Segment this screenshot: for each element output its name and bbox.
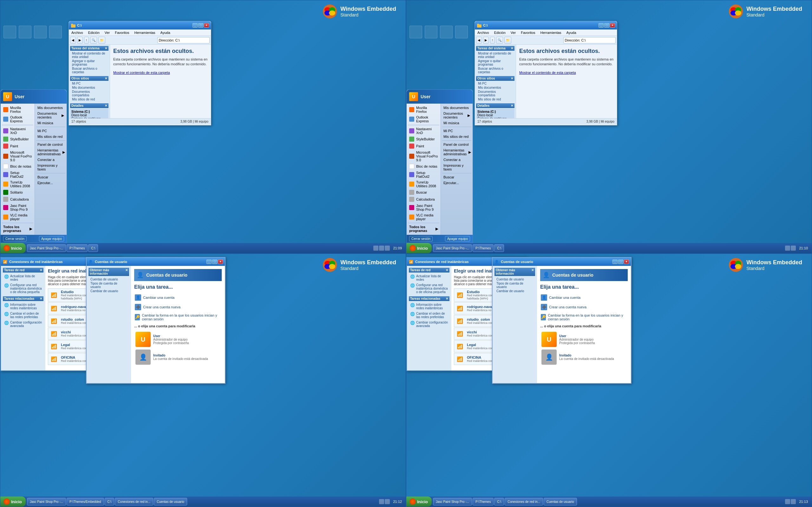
menu-stylebuilder-tr[interactable]: StyleBuilder	[407, 135, 441, 143]
taskbar-item-5-br[interactable]: Cuentas de usuario	[544, 498, 577, 505]
menu-all-programs[interactable]: Todos los programas ▶	[1, 224, 35, 233]
wireless-order-bl[interactable]: Cambiar el orden de las redes preferidas	[3, 311, 44, 320]
wireless-info-bl[interactable]: Información sobre redes inalámbricas	[3, 302, 44, 311]
useraccts-max-bl[interactable]: □	[212, 260, 217, 264]
back-button-tl[interactable]: ◀	[70, 37, 76, 44]
wireless-advanced-bl[interactable]: Cambiar configuración avanzada	[3, 320, 44, 328]
sidebar-other-sites[interactable]: Otros sitios ✕	[70, 76, 108, 81]
menu-printers[interactable]: Impresoras y faxes	[35, 163, 67, 172]
logout-button-tl[interactable]: Cerrar sesión	[3, 236, 27, 241]
search-files-tr[interactable]: Buscar archivos o carpetas	[476, 66, 514, 74]
back-button-tr[interactable]: ◀	[476, 37, 482, 44]
taskbar-item-3-tr[interactable]: C:\	[494, 244, 504, 252]
menu-setup-tr[interactable]: Setup FlatOut2	[407, 170, 441, 179]
close-button-tl[interactable]: ✕	[204, 23, 209, 27]
menu-notepad[interactable]: Bloc de notas	[1, 163, 35, 170]
start-button-tl[interactable]: Inicio	[0, 243, 26, 253]
useraccts-link-3-br[interactable]: Cambiar de usuario	[495, 289, 535, 293]
menu-search[interactable]: Buscar	[35, 174, 67, 180]
menu-search-tr[interactable]: Buscar	[441, 174, 473, 180]
account-guest-bl[interactable]: 👤 Invitado La cuenta de invitado está de…	[134, 348, 222, 366]
menu-connect[interactable]: Conectar a	[35, 157, 67, 163]
sidebar-add-remove[interactable]: Agregar o quitar programas	[70, 59, 108, 66]
menu-mypc-tr[interactable]: Mi PC	[441, 128, 473, 134]
menu-network[interactable]: Mis sitios de red	[35, 134, 67, 139]
search-button-tl[interactable]: 🔍	[90, 37, 97, 44]
show-content-tr[interactable]: Mostrar el contenido de esta unidad	[476, 51, 514, 59]
menu-buscar-tr[interactable]: Buscar	[407, 189, 441, 196]
menu-run[interactable]: Ejecutar...	[35, 180, 67, 186]
menu-vlc[interactable]: VLC media player	[1, 212, 35, 222]
menu-ayuda[interactable]: Ayuda	[159, 31, 171, 35]
menu-paint-tr[interactable]: Paint	[407, 143, 441, 150]
useraccts-close-br[interactable]: ✕	[624, 260, 629, 264]
useraccts-link-2-br[interactable]: Tipos de cuenta de usuario	[495, 281, 535, 289]
task-new-account-br[interactable]: ➕ Crear una cuenta nueva	[540, 303, 628, 311]
taskbar-item-2-tr[interactable]: P:\Themes	[473, 244, 494, 252]
menu-ver-tr[interactable]: Ver	[509, 31, 517, 35]
menu-music[interactable]: Mi música	[35, 120, 67, 126]
wireless-order-br[interactable]: Cambiar el orden de las redes preferidas	[409, 311, 450, 320]
taskbar-item-3-tl[interactable]: C:\	[88, 244, 98, 252]
up-button-tl[interactable]: ↑	[84, 37, 89, 44]
folders-btn-tr[interactable]: 📁	[504, 37, 511, 44]
wireless-info-br[interactable]: Información sobre redes inalámbricas	[409, 302, 450, 311]
menu-connect-tr[interactable]: Conectar a	[441, 157, 473, 163]
menu-panel[interactable]: Panel de control	[35, 142, 67, 147]
task-change-account-bl[interactable]: 👤 Cambiar una cuenta	[134, 294, 222, 301]
shutdown-button-tr[interactable]: Apagar equipo	[445, 236, 470, 241]
menu-notepad-tr[interactable]: Bloc de notas	[407, 163, 441, 170]
sidebar-details[interactable]: Detalles ✕	[70, 103, 108, 108]
taskbar-item-1-bl[interactable]: Jasc Paint Shop Pro -...	[27, 498, 66, 505]
useraccts-link-1-br[interactable]: Cuentas de usuario	[495, 277, 535, 281]
menu-favoritos[interactable]: Favoritos	[113, 31, 131, 35]
folders-button-tl[interactable]: 📁	[98, 37, 105, 44]
minimize-button-tl[interactable]: _	[193, 23, 198, 27]
minimize-button-tr[interactable]: _	[599, 23, 604, 27]
menu-jasc[interactable]: Jasc Paint Shop Pro 9	[1, 203, 35, 212]
useraccts-max-br[interactable]: □	[618, 260, 623, 264]
menu-tuneup-tr[interactable]: TuneUp Utilities 2008	[407, 179, 441, 189]
menu-calc-tr[interactable]: Calculadora	[407, 196, 441, 203]
useraccts-min-bl[interactable]: _	[206, 260, 212, 264]
menu-calc[interactable]: Calculadora	[1, 196, 35, 203]
show-folder-link-tl[interactable]: Mostrar el contenido de esta carpeta	[113, 71, 208, 74]
menu-mydocs[interactable]: Mis documentos	[35, 105, 67, 111]
menu-firefox[interactable]: Mozilla Firefox	[1, 105, 35, 114]
menu-mydocs-tr[interactable]: Mis documentos	[441, 105, 473, 111]
menu-mypc[interactable]: Mi PC	[35, 128, 67, 134]
menu-admin-tr[interactable]: Herramientas administrativas▶	[441, 147, 473, 157]
account-guest-br[interactable]: 👤 Invitado La cuenta de invitado está de…	[540, 348, 628, 366]
taskbar-item-2-br[interactable]: P:\Themes	[473, 498, 494, 505]
menu-firefox-tr[interactable]: Mozilla Firefox	[407, 105, 441, 114]
sidebar-mypc[interactable]: Mi PC	[70, 81, 108, 86]
taskbar-item-2-tl[interactable]: P:\Themes	[67, 244, 88, 252]
menu-archivo-tr[interactable]: Archivo	[476, 31, 490, 35]
address-bar-tl[interactable]: Dirección: C:\	[157, 37, 210, 43]
menu-edicion-tr[interactable]: Edición	[493, 31, 507, 35]
mydocs-tr-sidebar[interactable]: Mis documentos	[476, 86, 514, 90]
maximize-button-tr[interactable]: □	[604, 23, 609, 27]
menu-net-tr[interactable]: Mis sitios de red	[441, 134, 473, 139]
menu-nastaveni-tr[interactable]: Nastaveni XnD	[407, 126, 441, 135]
menu-all-programs-tr[interactable]: Todos los programas ▶	[407, 224, 441, 233]
sidebar-shared[interactable]: Documentos compartidos	[70, 90, 108, 97]
other-sites-tr[interactable]: Otros sitios ✕	[476, 76, 514, 81]
logout-button-tr[interactable]: Cerrar sesión	[409, 236, 433, 241]
menu-stylebuilder[interactable]: StyleBuilder	[1, 135, 35, 143]
menu-favoritos-tr[interactable]: Favoritos	[519, 31, 537, 35]
menu-herramientas[interactable]: Herramientas	[133, 31, 157, 35]
menu-solitario[interactable]: Solitario	[1, 189, 35, 196]
add-remove-tr[interactable]: Agregar o quitar programas	[476, 59, 514, 66]
sidebar-system-tasks[interactable]: Tareas del sistema ✕	[70, 46, 108, 51]
useraccts-link-3-bl[interactable]: Cambiar de usuario	[89, 289, 129, 293]
wireless-advanced-br[interactable]: Cambiar configuración avanzada	[409, 320, 450, 328]
wireless-update-br[interactable]: Actualizar lista de redes	[409, 274, 450, 282]
menu-run-tr[interactable]: Ejecutar...	[441, 180, 473, 186]
menu-ver[interactable]: Ver	[103, 31, 111, 35]
task-new-account-bl[interactable]: ➕ Crear una cuenta nueva	[134, 303, 222, 311]
menu-outlook[interactable]: Outlook Express	[1, 114, 35, 124]
menu-setup[interactable]: Setup FlatOut2	[1, 170, 35, 179]
address-bar-tr[interactable]: Dirección: C:\	[563, 37, 616, 43]
maximize-button-tl[interactable]: □	[198, 23, 203, 27]
